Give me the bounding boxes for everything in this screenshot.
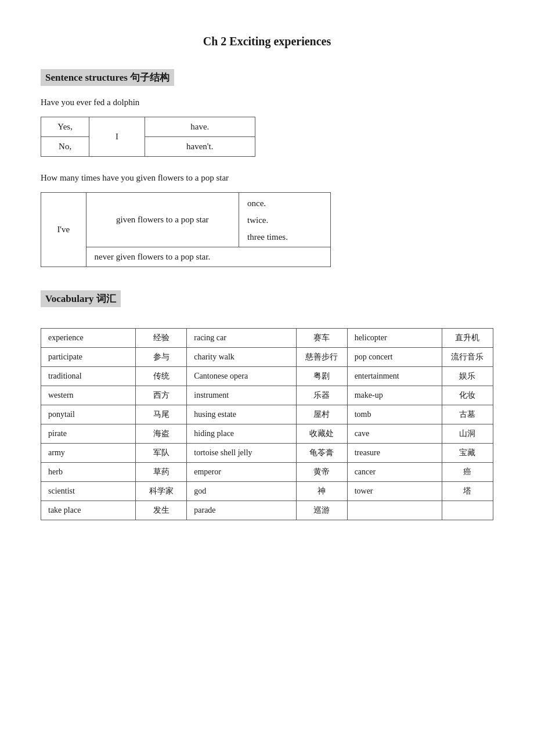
vocab-cell: scientist	[41, 482, 136, 501]
vocab-cell: herb	[41, 463, 136, 482]
vocab-cell: participate	[41, 348, 136, 367]
sentence-structures-section: Sentence structures 句子结构 Have you ever f…	[41, 69, 493, 267]
phrase-cell: given flowers to a pop star	[86, 193, 239, 247]
yes-cell: Yes,	[41, 117, 89, 137]
table-row: Yes,Ihave.	[41, 117, 255, 137]
table-row: No,haven't.	[41, 137, 255, 157]
vocab-cell: 宝藏	[442, 444, 493, 463]
vocab-cell: army	[41, 444, 136, 463]
vocab-cell: helicopter	[347, 329, 442, 348]
havent-cell: haven't.	[145, 137, 255, 157]
vocab-row: army军队tortoise shell jelly龟苓膏treasure宝藏	[41, 444, 493, 463]
vocab-row: herb草药emperor黄帝cancer癌	[41, 463, 493, 482]
vocab-cell	[442, 501, 493, 520]
vocab-cell: 经验	[136, 329, 187, 348]
vocab-cell: 海盗	[136, 424, 187, 444]
vocab-cell: experience	[41, 329, 136, 348]
vocab-cell: emperor	[187, 463, 296, 482]
vocab-cell: 流行音乐	[442, 348, 493, 367]
have-cell: have.	[145, 117, 255, 137]
vocab-cell: 娱乐	[442, 367, 493, 386]
vocab-cell: parade	[187, 501, 296, 520]
vocab-cell: 马尾	[136, 405, 187, 424]
vocab-cell: 巡游	[296, 501, 347, 520]
vocab-cell: cancer	[347, 463, 442, 482]
vocab-row: western西方instrument乐器make-up化妆	[41, 386, 493, 405]
vocab-cell: 粤剧	[296, 367, 347, 386]
never-cell: never given flowers to a pop star.	[86, 247, 330, 267]
vocabulary-table: experience经验racing car赛车helicopter直升机par…	[41, 328, 493, 520]
vocab-cell: 军队	[136, 444, 187, 463]
vocab-cell: cave	[347, 424, 442, 444]
vocab-cell: god	[187, 482, 296, 501]
vocab-cell: tortoise shell jelly	[187, 444, 296, 463]
vocab-cell: 参与	[136, 348, 187, 367]
vocab-cell: entertainment	[347, 367, 442, 386]
vocab-cell: take place	[41, 501, 136, 520]
vocab-cell: 西方	[136, 386, 187, 405]
i-cell: I	[89, 117, 145, 157]
vocab-cell: 化妆	[442, 386, 493, 405]
vocab-cell: tower	[347, 482, 442, 501]
vocab-row: traditional传统Cantonese opera粤剧entertainm…	[41, 367, 493, 386]
vocab-cell: 赛车	[296, 329, 347, 348]
vocab-cell: Cantonese opera	[187, 367, 296, 386]
vocab-cell: traditional	[41, 367, 136, 386]
time-three-times: three times.	[247, 232, 322, 242]
vocab-cell: 草药	[136, 463, 187, 482]
vocab-row: experience经验racing car赛车helicopter直升机	[41, 329, 493, 348]
vocab-cell: husing estate	[187, 405, 296, 424]
time-twice: twice.	[247, 215, 322, 225]
vocab-cell: 神	[296, 482, 347, 501]
vocab-cell: 黄帝	[296, 463, 347, 482]
vocab-cell: 塔	[442, 482, 493, 501]
sentence-structures-heading: Sentence structures 句子结构	[41, 69, 174, 86]
ive-cell: I've	[41, 193, 86, 267]
vocab-row: pirate海盗hiding place收藏处cave山洞	[41, 424, 493, 444]
vocab-cell: pirate	[41, 424, 136, 444]
vocab-cell: charity walk	[187, 348, 296, 367]
vocab-cell: 山洞	[442, 424, 493, 444]
vocab-cell: 科学家	[136, 482, 187, 501]
vocab-cell: pop concert	[347, 348, 442, 367]
vocab-cell: 发生	[136, 501, 187, 520]
times-cell: once. twice. three times.	[239, 193, 330, 247]
vocab-row: ponytail马尾husing estate屋村tomb古墓	[41, 405, 493, 424]
page-title: Ch 2 Exciting experiences	[41, 35, 493, 48]
vocab-cell: 直升机	[442, 329, 493, 348]
vocab-cell: 屋村	[296, 405, 347, 424]
yes-no-table: Yes,Ihave.No,haven't.	[41, 117, 255, 157]
time-once: once.	[247, 199, 322, 208]
vocab-row: participate参与charity walk慈善步行pop concert…	[41, 348, 493, 367]
vocab-cell: 传统	[136, 367, 187, 386]
vocab-row: take place发生parade巡游	[41, 501, 493, 520]
intro-sentence-1: Have you ever fed a dolphin	[41, 98, 493, 107]
vocab-cell: racing car	[187, 329, 296, 348]
no-cell: No,	[41, 137, 89, 157]
vocab-cell: hiding place	[187, 424, 296, 444]
vocab-cell: western	[41, 386, 136, 405]
vocab-cell: 古墓	[442, 405, 493, 424]
vocab-cell: tomb	[347, 405, 442, 424]
vocab-cell: treasure	[347, 444, 442, 463]
vocab-cell: make-up	[347, 386, 442, 405]
vocab-cell: ponytail	[41, 405, 136, 424]
table-row: I've given flowers to a pop star once. t…	[41, 193, 331, 247]
vocab-cell: 乐器	[296, 386, 347, 405]
vocabulary-heading: Vocabulary 词汇	[41, 290, 121, 307]
vocab-cell: instrument	[187, 386, 296, 405]
vocab-cell: 慈善步行	[296, 348, 347, 367]
vocab-cell: 癌	[442, 463, 493, 482]
vocab-cell: 龟苓膏	[296, 444, 347, 463]
vocab-cell: 收藏处	[296, 424, 347, 444]
vocabulary-section: Vocabulary 词汇 experience经验racing car赛车he…	[41, 290, 493, 520]
vocab-row: scientist科学家god神tower塔	[41, 482, 493, 501]
flowers-table: I've given flowers to a pop star once. t…	[41, 192, 331, 267]
vocab-cell	[347, 501, 442, 520]
intro-sentence-2: How many times have you given flowers to…	[41, 173, 493, 183]
